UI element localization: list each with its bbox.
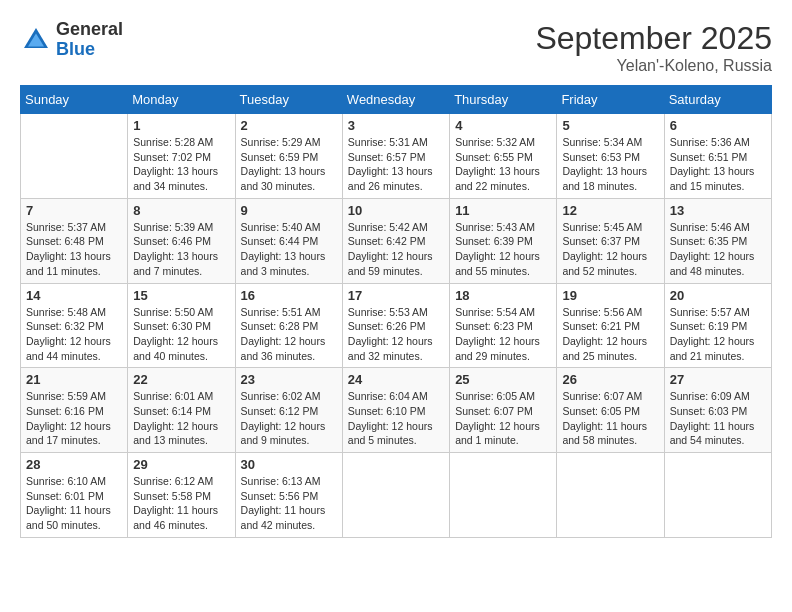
- calendar-cell: 25Sunrise: 6:05 AMSunset: 6:07 PMDayligh…: [450, 368, 557, 453]
- calendar-cell: [557, 453, 664, 538]
- calendar-cell: 13Sunrise: 5:46 AMSunset: 6:35 PMDayligh…: [664, 198, 771, 283]
- calendar-week-row: 7Sunrise: 5:37 AMSunset: 6:48 PMDaylight…: [21, 198, 772, 283]
- day-number: 17: [348, 288, 444, 303]
- calendar-cell: 3Sunrise: 5:31 AMSunset: 6:57 PMDaylight…: [342, 114, 449, 199]
- day-number: 9: [241, 203, 337, 218]
- calendar-cell: 1Sunrise: 5:28 AMSunset: 7:02 PMDaylight…: [128, 114, 235, 199]
- calendar-cell: 4Sunrise: 5:32 AMSunset: 6:55 PMDaylight…: [450, 114, 557, 199]
- calendar-cell: 19Sunrise: 5:56 AMSunset: 6:21 PMDayligh…: [557, 283, 664, 368]
- month-title: September 2025: [535, 20, 772, 57]
- page-header: General Blue September 2025 Yelan'-Kolen…: [20, 20, 772, 75]
- day-info: Sunrise: 6:02 AMSunset: 6:12 PMDaylight:…: [241, 389, 337, 448]
- calendar-cell: 27Sunrise: 6:09 AMSunset: 6:03 PMDayligh…: [664, 368, 771, 453]
- title-block: September 2025 Yelan'-Koleno, Russia: [535, 20, 772, 75]
- calendar-cell: [342, 453, 449, 538]
- day-info: Sunrise: 5:48 AMSunset: 6:32 PMDaylight:…: [26, 305, 122, 364]
- calendar-cell: 30Sunrise: 6:13 AMSunset: 5:56 PMDayligh…: [235, 453, 342, 538]
- day-info: Sunrise: 5:31 AMSunset: 6:57 PMDaylight:…: [348, 135, 444, 194]
- day-number: 12: [562, 203, 658, 218]
- day-info: Sunrise: 6:05 AMSunset: 6:07 PMDaylight:…: [455, 389, 551, 448]
- day-number: 2: [241, 118, 337, 133]
- calendar-header-row: SundayMondayTuesdayWednesdayThursdayFrid…: [21, 86, 772, 114]
- calendar-cell: 23Sunrise: 6:02 AMSunset: 6:12 PMDayligh…: [235, 368, 342, 453]
- day-info: Sunrise: 6:07 AMSunset: 6:05 PMDaylight:…: [562, 389, 658, 448]
- calendar-week-row: 28Sunrise: 6:10 AMSunset: 6:01 PMDayligh…: [21, 453, 772, 538]
- calendar-cell: 12Sunrise: 5:45 AMSunset: 6:37 PMDayligh…: [557, 198, 664, 283]
- weekday-header: Sunday: [21, 86, 128, 114]
- day-info: Sunrise: 5:42 AMSunset: 6:42 PMDaylight:…: [348, 220, 444, 279]
- day-number: 14: [26, 288, 122, 303]
- day-info: Sunrise: 5:59 AMSunset: 6:16 PMDaylight:…: [26, 389, 122, 448]
- calendar-cell: 9Sunrise: 5:40 AMSunset: 6:44 PMDaylight…: [235, 198, 342, 283]
- day-info: Sunrise: 5:43 AMSunset: 6:39 PMDaylight:…: [455, 220, 551, 279]
- day-info: Sunrise: 5:57 AMSunset: 6:19 PMDaylight:…: [670, 305, 766, 364]
- logo-general: General: [56, 19, 123, 39]
- day-info: Sunrise: 5:50 AMSunset: 6:30 PMDaylight:…: [133, 305, 229, 364]
- day-info: Sunrise: 5:36 AMSunset: 6:51 PMDaylight:…: [670, 135, 766, 194]
- calendar-cell: 17Sunrise: 5:53 AMSunset: 6:26 PMDayligh…: [342, 283, 449, 368]
- day-number: 28: [26, 457, 122, 472]
- day-number: 29: [133, 457, 229, 472]
- calendar-cell: 24Sunrise: 6:04 AMSunset: 6:10 PMDayligh…: [342, 368, 449, 453]
- day-info: Sunrise: 5:51 AMSunset: 6:28 PMDaylight:…: [241, 305, 337, 364]
- day-number: 6: [670, 118, 766, 133]
- day-number: 5: [562, 118, 658, 133]
- day-info: Sunrise: 6:09 AMSunset: 6:03 PMDaylight:…: [670, 389, 766, 448]
- day-number: 10: [348, 203, 444, 218]
- day-number: 11: [455, 203, 551, 218]
- calendar-cell: 8Sunrise: 5:39 AMSunset: 6:46 PMDaylight…: [128, 198, 235, 283]
- calendar-week-row: 21Sunrise: 5:59 AMSunset: 6:16 PMDayligh…: [21, 368, 772, 453]
- day-number: 8: [133, 203, 229, 218]
- day-number: 20: [670, 288, 766, 303]
- calendar-cell: 20Sunrise: 5:57 AMSunset: 6:19 PMDayligh…: [664, 283, 771, 368]
- weekday-header: Thursday: [450, 86, 557, 114]
- day-info: Sunrise: 5:40 AMSunset: 6:44 PMDaylight:…: [241, 220, 337, 279]
- logo-blue: Blue: [56, 39, 95, 59]
- day-info: Sunrise: 5:53 AMSunset: 6:26 PMDaylight:…: [348, 305, 444, 364]
- day-info: Sunrise: 5:34 AMSunset: 6:53 PMDaylight:…: [562, 135, 658, 194]
- calendar-cell: 15Sunrise: 5:50 AMSunset: 6:30 PMDayligh…: [128, 283, 235, 368]
- calendar-cell: 28Sunrise: 6:10 AMSunset: 6:01 PMDayligh…: [21, 453, 128, 538]
- logo-text: General Blue: [56, 20, 123, 60]
- day-number: 30: [241, 457, 337, 472]
- day-number: 23: [241, 372, 337, 387]
- day-number: 21: [26, 372, 122, 387]
- calendar-week-row: 1Sunrise: 5:28 AMSunset: 7:02 PMDaylight…: [21, 114, 772, 199]
- calendar-cell: 18Sunrise: 5:54 AMSunset: 6:23 PMDayligh…: [450, 283, 557, 368]
- day-info: Sunrise: 6:04 AMSunset: 6:10 PMDaylight:…: [348, 389, 444, 448]
- day-info: Sunrise: 6:12 AMSunset: 5:58 PMDaylight:…: [133, 474, 229, 533]
- location-title: Yelan'-Koleno, Russia: [535, 57, 772, 75]
- calendar-cell: 7Sunrise: 5:37 AMSunset: 6:48 PMDaylight…: [21, 198, 128, 283]
- weekday-header: Friday: [557, 86, 664, 114]
- day-number: 3: [348, 118, 444, 133]
- day-info: Sunrise: 5:37 AMSunset: 6:48 PMDaylight:…: [26, 220, 122, 279]
- calendar-cell: 21Sunrise: 5:59 AMSunset: 6:16 PMDayligh…: [21, 368, 128, 453]
- day-number: 1: [133, 118, 229, 133]
- logo-icon: [20, 24, 52, 56]
- day-number: 27: [670, 372, 766, 387]
- calendar-cell: [21, 114, 128, 199]
- calendar-cell: 2Sunrise: 5:29 AMSunset: 6:59 PMDaylight…: [235, 114, 342, 199]
- day-info: Sunrise: 5:29 AMSunset: 6:59 PMDaylight:…: [241, 135, 337, 194]
- weekday-header: Monday: [128, 86, 235, 114]
- day-number: 16: [241, 288, 337, 303]
- calendar-cell: 29Sunrise: 6:12 AMSunset: 5:58 PMDayligh…: [128, 453, 235, 538]
- calendar-week-row: 14Sunrise: 5:48 AMSunset: 6:32 PMDayligh…: [21, 283, 772, 368]
- calendar-cell: [664, 453, 771, 538]
- logo: General Blue: [20, 20, 123, 60]
- calendar-cell: 10Sunrise: 5:42 AMSunset: 6:42 PMDayligh…: [342, 198, 449, 283]
- calendar-cell: 22Sunrise: 6:01 AMSunset: 6:14 PMDayligh…: [128, 368, 235, 453]
- day-number: 7: [26, 203, 122, 218]
- day-info: Sunrise: 5:46 AMSunset: 6:35 PMDaylight:…: [670, 220, 766, 279]
- day-info: Sunrise: 6:01 AMSunset: 6:14 PMDaylight:…: [133, 389, 229, 448]
- calendar-cell: 16Sunrise: 5:51 AMSunset: 6:28 PMDayligh…: [235, 283, 342, 368]
- day-number: 19: [562, 288, 658, 303]
- weekday-header: Saturday: [664, 86, 771, 114]
- calendar-table: SundayMondayTuesdayWednesdayThursdayFrid…: [20, 85, 772, 538]
- day-number: 15: [133, 288, 229, 303]
- day-number: 25: [455, 372, 551, 387]
- day-info: Sunrise: 6:10 AMSunset: 6:01 PMDaylight:…: [26, 474, 122, 533]
- day-info: Sunrise: 6:13 AMSunset: 5:56 PMDaylight:…: [241, 474, 337, 533]
- calendar-cell: 11Sunrise: 5:43 AMSunset: 6:39 PMDayligh…: [450, 198, 557, 283]
- calendar-cell: 14Sunrise: 5:48 AMSunset: 6:32 PMDayligh…: [21, 283, 128, 368]
